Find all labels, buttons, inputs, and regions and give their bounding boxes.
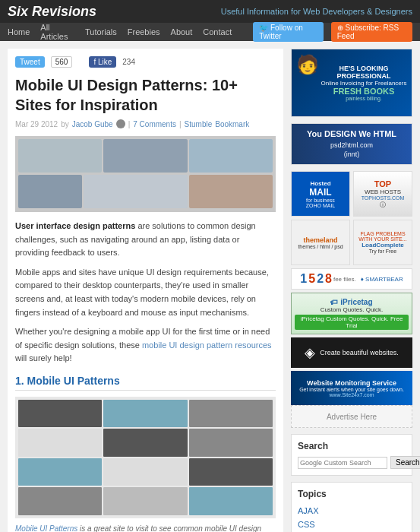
stumble-link[interactable]: Stumble <box>185 120 213 128</box>
mail-ad-text: Hosted MAIL for business ZOHO MAIL <box>306 180 336 208</box>
article-title: Mobile UI Design Patterns: 10+ Sites for… <box>15 75 276 115</box>
tophosts-ad-text: TOP WEB HOSTS TOPHOSTS.COM ⓘ <box>362 179 405 209</box>
search-input-row: Search <box>298 456 406 469</box>
dual-ads-row: Hosted MAIL for business ZOHO MAIL TOP W… <box>291 171 412 217</box>
bookmark-link[interactable]: Bookmark <box>215 120 249 128</box>
search-button[interactable]: Search <box>390 456 420 469</box>
twitter-follow-button[interactable]: 🐦 Follow on Twitter <box>253 22 324 42</box>
rss-subscribe-button[interactable]: ⊕ Subscribe: RSS Feed <box>331 22 412 42</box>
ad-psd2html[interactable]: You DESIGN We HTML psd2html.com (innt) <box>291 123 412 165</box>
nav-freebies[interactable]: Freebies <box>128 27 160 36</box>
pricetag-ad-text: 🏷 iPricetag Custom Quotes. Quick. iPrice… <box>295 298 409 330</box>
site-tagline: Useful Information for Web Developers & … <box>221 7 412 16</box>
section-1-link[interactable]: Mobile UI Patterns <box>27 375 120 387</box>
section-1-header: 1. Mobile UI Patterns <box>15 375 276 391</box>
smartbear-label: ♦ SMARTBEAR <box>361 276 403 283</box>
article-meta: Mar 29 2012 by Jacob Gube | 7 Comments |… <box>15 119 276 128</box>
sidebar: 🧑 HE'S LOOKING PROFESSIONAL Online Invoi… <box>291 49 412 532</box>
freshbooks-ad-text: HE'S LOOKING PROFESSIONAL Online Invoici… <box>321 65 407 101</box>
counter-digit-4: 8 <box>325 272 332 286</box>
author-link[interactable]: Jacob Gube <box>72 120 113 128</box>
facebook-count: 234 <box>122 58 135 66</box>
article-content: Tweet 560 f Like 234 Mobile UI Design Pa… <box>8 49 283 532</box>
nav-all-articles[interactable]: All Articles <box>40 23 74 41</box>
counter-label: fee files. <box>333 276 356 283</box>
ad-freshbooks[interactable]: 🧑 HE'S LOOKING PROFESSIONAL Online Invoi… <box>291 49 412 117</box>
squarespace-logo-icon: ◈ <box>305 344 315 361</box>
ad-loadcomplete[interactable]: FLAG PROBLEMS WITH YOUR SITE... LoadComp… <box>353 220 412 265</box>
mobile-design-patterns-link[interactable]: mobile UI design pattern resources <box>142 340 272 350</box>
nav-about[interactable]: About <box>171 27 193 36</box>
squarespace-ad-text: Create beautiful websites. <box>320 349 399 356</box>
search-title: Search <box>298 441 406 451</box>
ad-tophosts[interactable]: TOP WEB HOSTS TOPHOSTS.COM ⓘ <box>353 171 412 217</box>
counter-digits: 1 <box>300 272 307 286</box>
ad-mail[interactable]: Hosted MAIL for business ZOHO MAIL <box>291 171 350 217</box>
list-item: AJAX <box>298 504 406 518</box>
topics-box: Topics AJAX CSS Design Showcase / Inspir… <box>291 482 412 532</box>
monitoring-ad-text: Website Monitoring Service Get instant a… <box>299 379 404 397</box>
section-1-caption: Mobile UI Patterns is a great site to vi… <box>15 524 276 532</box>
topic-ajax[interactable]: AJAX <box>298 506 319 515</box>
ad-themeland[interactable]: themeland themes / html / psd <box>291 220 350 265</box>
counter-digit-2: 5 <box>308 272 315 286</box>
topics-list: AJAX CSS Design Showcase / Inspiration F… <box>298 504 406 532</box>
article-body: User interface design patterns are solut… <box>15 220 276 366</box>
loadcomplete-ad-text: FLAG PROBLEMS WITH YOUR SITE... LoadComp… <box>356 231 409 254</box>
topic-css[interactable]: CSS <box>298 520 315 529</box>
site-nav: Home All Articles Tutorials Freebies Abo… <box>0 23 420 41</box>
advertise-here-placeholder[interactable]: Advertise Here <box>291 405 412 428</box>
section-1-caption-link[interactable]: Mobile UI Patterns <box>15 524 77 532</box>
social-share-bar: Tweet 560 f Like 234 <box>15 56 276 68</box>
body-paragraph-1: User interface design patterns are solut… <box>15 220 276 260</box>
site-title[interactable]: Six Revisions <box>8 4 221 20</box>
site-header: Six Revisions Useful Information for Web… <box>0 0 420 23</box>
ad-site247[interactable]: Website Monitoring Service Get instant a… <box>291 371 412 405</box>
counter-digit-3: 2 <box>317 272 324 286</box>
article-hero-image <box>15 136 276 212</box>
body-paragraph-3: Whether you're designing a mobile app UI… <box>15 325 276 366</box>
nav-tutorials[interactable]: Tutorials <box>85 27 117 36</box>
themeland-ad-text: themeland themes / html / psd <box>298 236 343 249</box>
psd2html-ad-text: You DESIGN We HTML psd2html.com (innt) <box>307 128 396 160</box>
nav-social: 🐦 Follow on Twitter ⊕ Subscribe: RSS Fee… <box>253 22 412 42</box>
list-item: CSS <box>298 518 406 531</box>
avatar-icon <box>116 119 125 128</box>
ad-squarespace[interactable]: ◈ Create beautiful websites. <box>291 337 412 368</box>
ad-ipricetag[interactable]: 🏷 iPricetag Custom Quotes. Quick. iPrice… <box>291 293 412 334</box>
nav-home[interactable]: Home <box>8 27 30 36</box>
search-box: Search Search <box>291 434 412 476</box>
counter-ad[interactable]: 1 5 2 8 fee files. ♦ SMARTBEAR <box>291 268 412 290</box>
facebook-like-button[interactable]: f Like <box>89 56 116 68</box>
freshbooks-character-icon: 🧑 <box>296 54 319 75</box>
comments-link[interactable]: 7 Comments <box>133 120 176 128</box>
main-layout: Tweet 560 f Like 234 Mobile UI Design Pa… <box>0 41 420 532</box>
num-comments-badge: | <box>128 120 131 128</box>
tweet-count: 560 <box>51 56 73 68</box>
dual-ads-row-2: themeland themes / html / psd FLAG PROBL… <box>291 220 412 265</box>
search-input[interactable] <box>298 457 387 469</box>
section-1-preview-image <box>15 397 276 518</box>
topics-title: Topics <box>298 489 406 499</box>
tweet-button[interactable]: Tweet <box>15 56 45 68</box>
body-paragraph-2: Mobile apps and sites have unique UI des… <box>15 266 276 319</box>
nav-contact[interactable]: Contact <box>203 27 232 36</box>
